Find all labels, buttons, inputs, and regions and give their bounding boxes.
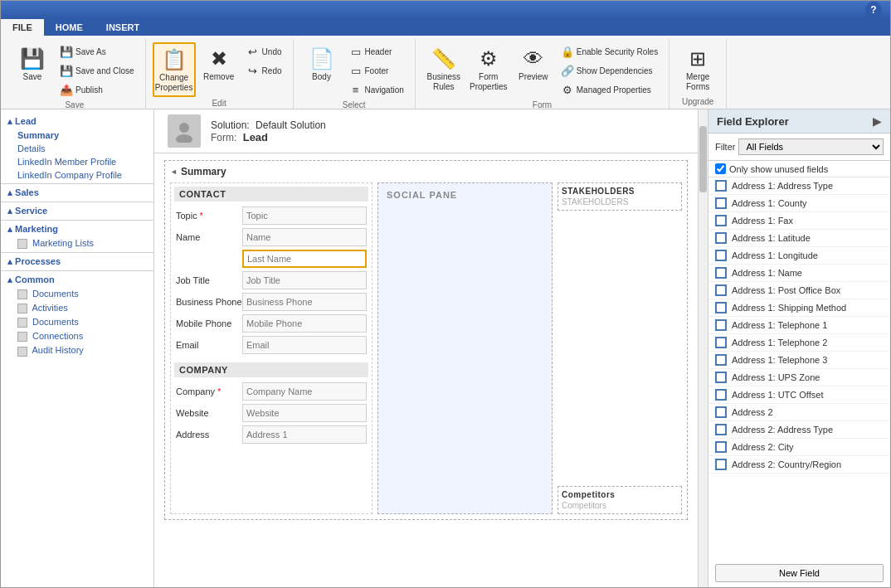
sidebar-item-linkedin-member[interactable]: LinkedIn Member Profile: [1, 155, 153, 168]
save-as-button[interactable]: 💾 Save As: [56, 42, 139, 61]
scroll-thumb[interactable]: [699, 126, 707, 192]
sidebar-item-connections[interactable]: Connections: [1, 329, 153, 343]
field-row-company: Company *: [174, 381, 368, 402]
sidebar-section-processes[interactable]: ▴ Processes: [1, 252, 153, 269]
help-button[interactable]: ?: [865, 2, 882, 18]
company-section: COMPANY Company *: [174, 362, 368, 445]
sidebar-section-lead[interactable]: ▴ Lead: [1, 113, 153, 129]
publish-button[interactable]: 📤 Publish: [56, 80, 139, 99]
form-header: Solution: Default Solution Form: Lead: [154, 109, 698, 153]
body-icon: 📄: [309, 46, 335, 72]
only-unused-checkbox[interactable]: [715, 163, 726, 174]
enable-security-button[interactable]: 🔒 Enable Security Roles: [557, 42, 662, 61]
field-item[interactable]: Address 1: Post Office Box: [708, 282, 890, 299]
header-button[interactable]: ▭ Header: [345, 42, 408, 61]
tab-file[interactable]: FILE: [1, 19, 44, 36]
sidebar-item-activities[interactable]: Activities: [1, 301, 153, 315]
tab-insert[interactable]: INSERT: [95, 19, 151, 36]
field-input-company[interactable]: [242, 382, 367, 401]
field-input-bizphone[interactable]: [242, 293, 367, 311]
field-input-name[interactable]: [242, 228, 367, 246]
field-input-lastname[interactable]: [242, 250, 367, 268]
change-properties-button[interactable]: 📋 Change Properties: [153, 42, 196, 97]
sidebar-section-marketing[interactable]: ▴ Marketing: [1, 220, 153, 236]
field-input-address[interactable]: [242, 425, 367, 444]
undo-icon: ↩: [246, 45, 260, 58]
field-item-label: Address 2: Country/Region: [732, 459, 841, 469]
sidebar-item-documents-2[interactable]: Documents: [1, 315, 153, 329]
field-type-icon: [715, 232, 727, 244]
edit-buttons: 📋 Change Properties ✖ Remove ↩ Undo ↪: [153, 41, 286, 97]
form-properties-button[interactable]: ⚙ Form Properties: [467, 42, 510, 95]
stakeholders-column: STAKEHOLDERS STAKEHOLDERS Competitors Co…: [557, 182, 682, 514]
body-button[interactable]: 📄 Body: [300, 42, 343, 85]
redo-button[interactable]: ↪ Redo: [242, 61, 286, 80]
summary-section: Summary CONTACT Topic *: [164, 160, 688, 520]
field-item[interactable]: Address 1: Shipping Method: [708, 299, 890, 317]
field-explorer-title: Field Explorer: [717, 115, 789, 128]
only-unused-label: Only show unused fields: [729, 164, 828, 174]
field-item[interactable]: Address 1: Longitude: [708, 247, 890, 265]
tab-home[interactable]: HOME: [44, 19, 95, 36]
field-row-email: Email: [174, 334, 368, 356]
field-item[interactable]: Address 1: Telephone 3: [708, 352, 890, 369]
filter-checkbox-row: Only show unused fields: [708, 161, 890, 177]
field-input-topic[interactable]: [242, 207, 367, 225]
field-row-lastname: [174, 248, 368, 270]
company-header: COMPANY: [174, 362, 368, 377]
publish-icon: 📤: [60, 83, 73, 96]
field-item[interactable]: Address 2: Country/Region: [708, 456, 890, 474]
field-explorer-expand-icon[interactable]: ▶: [873, 114, 882, 128]
navigation-button[interactable]: ≡ Navigation: [345, 80, 408, 99]
filter-select[interactable]: All Fields: [738, 138, 884, 155]
form-scrollbar[interactable]: [698, 109, 708, 587]
sidebar-item-linkedin-company[interactable]: LinkedIn Company Profile: [1, 168, 153, 182]
field-item[interactable]: Address 1: UTC Offset: [708, 386, 890, 404]
new-field-button[interactable]: New Field: [715, 564, 884, 582]
business-rules-button[interactable]: 📏 Business Rules: [422, 42, 465, 95]
field-input-jobtitle[interactable]: [242, 271, 367, 289]
save-close-button[interactable]: 💾 Save and Close: [56, 61, 139, 80]
merge-forms-button[interactable]: ⊞ Merge Forms: [676, 42, 719, 95]
field-item[interactable]: Address 1: UPS Zone: [708, 369, 890, 386]
sidebar-item-marketing-lists[interactable]: Marketing Lists: [1, 236, 153, 250]
field-item[interactable]: Address 1: Latitude: [708, 230, 890, 247]
form-columns: CONTACT Topic * Name: [170, 182, 682, 514]
sidebar-item-documents-1[interactable]: Documents: [1, 287, 153, 301]
field-item[interactable]: Address 1: Address Type: [708, 177, 890, 195]
field-input-mobilephone[interactable]: [242, 314, 367, 333]
sidebar-item-audit-history[interactable]: Audit History: [1, 343, 153, 357]
save-button[interactable]: 💾 Save: [11, 42, 54, 85]
social-pane-column: SOCIAL PANE: [377, 182, 553, 514]
competitors-header: Competitors: [562, 490, 678, 499]
preview-button[interactable]: 👁 Preview: [512, 42, 555, 85]
field-type-icon: [715, 406, 727, 418]
show-dependencies-button[interactable]: 🔗 Show Dependencies: [557, 61, 662, 80]
field-item[interactable]: Address 1: Fax: [708, 212, 890, 230]
undo-button[interactable]: ↩ Undo: [242, 42, 286, 61]
field-item[interactable]: Address 2: [708, 404, 890, 421]
sidebar-item-summary[interactable]: Summary: [1, 129, 153, 142]
field-item[interactable]: Address 1: Telephone 1: [708, 317, 890, 334]
sidebar-section-sales[interactable]: ▴ Sales: [1, 183, 153, 200]
field-input-website[interactable]: [242, 404, 367, 422]
field-item[interactable]: Address 1: Name: [708, 265, 890, 282]
managed-properties-button[interactable]: ⚙ Managed Properties: [557, 80, 662, 99]
field-item[interactable]: Address 2: City: [708, 439, 890, 456]
field-item[interactable]: Address 2: Address Type: [708, 421, 890, 439]
sidebar-item-details[interactable]: Details: [1, 142, 153, 155]
field-item[interactable]: Address 1: County: [708, 195, 890, 212]
form-title-block: Solution: Default Solution Form: Lead: [211, 119, 326, 143]
save-small-group: 💾 Save As 💾 Save and Close 📤 Publish: [56, 42, 139, 99]
field-item[interactable]: Address 1: Telephone 2: [708, 334, 890, 352]
footer-button[interactable]: ▭ Footer: [345, 61, 408, 80]
field-input-email[interactable]: [242, 336, 367, 354]
remove-button[interactable]: ✖ Remove: [197, 42, 241, 85]
field-row-bizphone: Business Phone: [174, 291, 368, 313]
field-row-address: Address: [174, 424, 368, 445]
ribbon-tabs: FILE HOME INSERT: [1, 19, 890, 36]
sidebar-section-service[interactable]: ▴ Service: [1, 202, 153, 218]
form-area: Solution: Default Solution Form: Lead Su…: [154, 109, 698, 587]
sidebar-section-common[interactable]: ▴ Common: [1, 270, 153, 287]
field-item-label: Address 1: Longitude: [732, 250, 818, 260]
